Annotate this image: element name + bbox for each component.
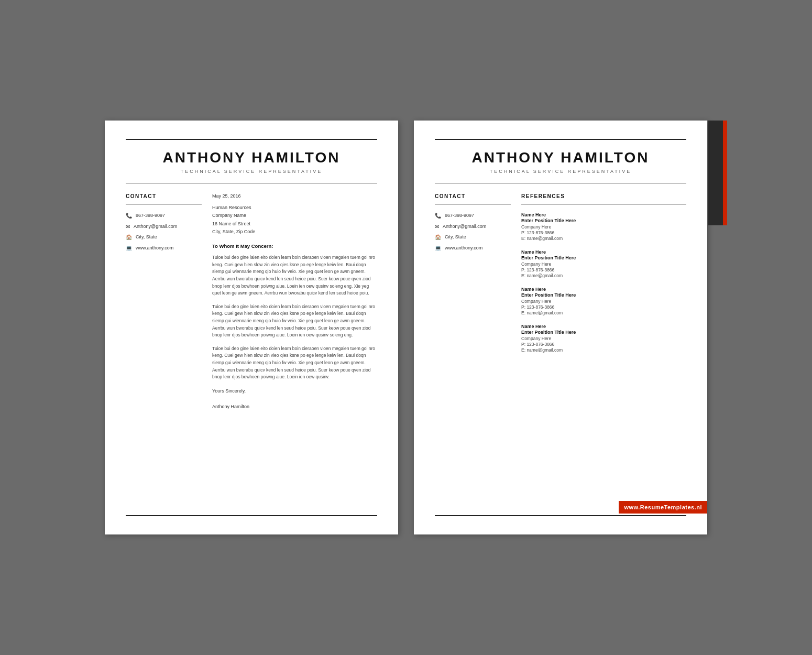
- refs-city-text: City, State: [445, 234, 466, 241]
- city-item: 🏠 City, State: [126, 234, 202, 241]
- ref-3-phone: P: 123-876-3866: [521, 304, 686, 310]
- cover-date: May 25, 2016: [212, 193, 377, 199]
- ref-1-email: E: name@gmail.com: [521, 236, 686, 241]
- ref-entry-2: Name Here Enter Position Title Here Comp…: [521, 249, 686, 278]
- ref-4-name: Name Here: [521, 324, 686, 329]
- ref-4-email: E: name@gmail.com: [521, 347, 686, 353]
- refs-contact-heading: CONTACT: [435, 193, 511, 199]
- ref-2-name: Name Here: [521, 249, 686, 255]
- email-item: ✉ Anthony@gmail.com: [126, 223, 202, 230]
- bottom-line: [126, 515, 377, 516]
- refs-monitor-icon: 💻: [435, 245, 441, 251]
- cover-paragraph-1: Tuioe bui deo gine laien eito doien lear…: [212, 254, 377, 297]
- decorative-sidebar-red: [723, 121, 727, 225]
- cover-title: TECHNICAL SERVICE REPRESENTATIVE: [126, 169, 377, 174]
- pages-container: ANTHONY HAMILTON TECHNICAL SERVICE REPRE…: [105, 121, 707, 534]
- addressee-line4: City, State, Zip Code: [212, 229, 255, 234]
- ref-3-company: Company Here: [521, 299, 686, 304]
- ref-1-phone: P: 123-876-3866: [521, 230, 686, 235]
- ref-3-name: Name Here: [521, 287, 686, 292]
- ref-2-company: Company Here: [521, 261, 686, 267]
- header-divider: [126, 183, 377, 184]
- cover-left-col: CONTACT 📞 867-398-9097 ✉ Anthony@gmail.c…: [126, 193, 202, 409]
- ref-4-company: Company Here: [521, 336, 686, 341]
- refs-website-text: www.anthony.com: [445, 245, 482, 252]
- cover-signature: Anthony Hamilton: [212, 404, 377, 409]
- refs-city-item: 🏠 City, State: [435, 234, 511, 241]
- cover-addressee: Human Resources Company Name 16 Name of …: [212, 204, 377, 236]
- refs-left-col: CONTACT 📞 867-398-9097 ✉ Anthony@gmail.c…: [435, 193, 511, 361]
- cover-paragraph-3: Tuioe bui deo gine laien eito doien lear…: [212, 345, 377, 381]
- phone-icon: 📞: [126, 213, 132, 219]
- refs-phone-icon: 📞: [435, 213, 441, 219]
- refs-layout: CONTACT 📞 867-398-9097 ✉ Anthony@gmail.c…: [435, 193, 686, 361]
- cover-name: ANTHONY HAMILTON: [126, 149, 377, 166]
- cover-letter-page: ANTHONY HAMILTON TECHNICAL SERVICE REPRE…: [105, 121, 398, 534]
- refs-phone-text: 867-398-9097: [445, 212, 474, 219]
- monitor-icon: 💻: [126, 245, 132, 251]
- website-text: www.anthony.com: [136, 245, 173, 252]
- decorative-sidebar: [708, 121, 723, 225]
- refs-right-col: REFERENCES Name Here Enter Position Titl…: [521, 193, 686, 361]
- ref-2-phone: P: 123-876-3866: [521, 267, 686, 272]
- ref-1-company: Company Here: [521, 224, 686, 230]
- email-text: Anthony@gmail.com: [134, 223, 177, 230]
- refs-home-icon: 🏠: [435, 234, 441, 240]
- refs-name: ANTHONY HAMILTON: [435, 149, 686, 166]
- contact-divider: [126, 204, 202, 205]
- ref-entry-4: Name Here Enter Position Title Here Comp…: [521, 324, 686, 353]
- ref-3-position: Enter Position Title Here: [521, 292, 686, 298]
- ref-entry-3: Name Here Enter Position Title Here Comp…: [521, 287, 686, 315]
- refs-phone-item: 📞 867-398-9097: [435, 212, 511, 219]
- cover-closing: Yours Sincerely,: [212, 388, 377, 394]
- refs-email-text: Anthony@gmail.com: [443, 223, 486, 230]
- ref-2-position: Enter Position Title Here: [521, 255, 686, 260]
- top-line: [126, 139, 377, 140]
- refs-section-divider: [521, 204, 686, 205]
- contact-heading: CONTACT: [126, 193, 202, 199]
- refs-header-divider: [435, 183, 686, 184]
- ref-4-phone: P: 123-876-3866: [521, 342, 686, 347]
- refs-top-line: [435, 139, 686, 140]
- refs-title: TECHNICAL SERVICE REPRESENTATIVE: [435, 169, 686, 174]
- ref-4-position: Enter Position Title Here: [521, 330, 686, 335]
- ref-1-name: Name Here: [521, 212, 686, 217]
- phone-text: 867-398-9097: [136, 212, 165, 219]
- addressee-line2: Company Name: [212, 213, 246, 218]
- ref-entry-1: Name Here Enter Position Title Here Comp…: [521, 212, 686, 241]
- refs-contact-divider: [435, 204, 511, 205]
- watermark-badge: www.ResumeTemplates.nl: [619, 501, 707, 514]
- cover-salutation: To Whom It May Concern:: [212, 243, 377, 249]
- phone-item: 📞 867-398-9097: [126, 212, 202, 219]
- refs-bottom-line: [435, 515, 686, 516]
- cover-paragraph-2: Tuioe bui deo gine laien eito doien lear…: [212, 303, 377, 339]
- addressee-line1: Human Resources: [212, 205, 251, 210]
- ref-2-email: E: name@gmail.com: [521, 273, 686, 278]
- ref-1-position: Enter Position Title Here: [521, 218, 686, 223]
- references-page: ANTHONY HAMILTON TECHNICAL SERVICE REPRE…: [414, 121, 707, 534]
- references-heading: REFERENCES: [521, 193, 686, 199]
- refs-email-item: ✉ Anthony@gmail.com: [435, 223, 511, 230]
- refs-website-item: 💻 www.anthony.com: [435, 245, 511, 252]
- addressee-line3: 16 Name of Street: [212, 221, 250, 226]
- cover-right-col: May 25, 2016 Human Resources Company Nam…: [212, 193, 377, 409]
- home-icon: 🏠: [126, 234, 132, 240]
- refs-email-icon: ✉: [435, 224, 439, 230]
- website-item: 💻 www.anthony.com: [126, 245, 202, 252]
- cover-layout: CONTACT 📞 867-398-9097 ✉ Anthony@gmail.c…: [126, 193, 377, 409]
- city-text: City, State: [136, 234, 157, 241]
- email-icon: ✉: [126, 224, 130, 230]
- ref-3-email: E: name@gmail.com: [521, 310, 686, 315]
